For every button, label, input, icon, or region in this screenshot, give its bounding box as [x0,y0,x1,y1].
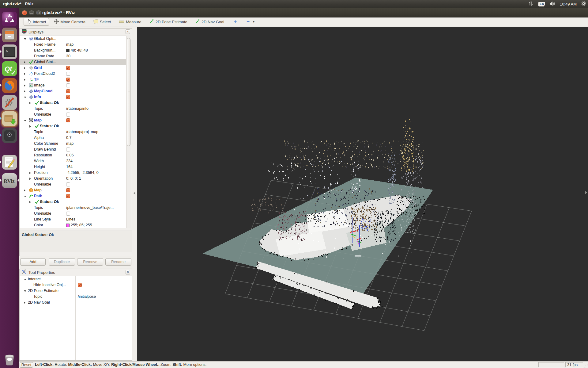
expander-open[interactable] [24,290,26,292]
tree-row-status-ok[interactable]: Status: Ok [20,100,126,106]
3d-viewport[interactable] [137,27,588,361]
row-value[interactable]: 164 [66,165,73,169]
checkbox[interactable] [66,148,70,151]
tree-row-unreliable[interactable]: Unreliable [20,112,126,117]
row-value[interactable]: 255; 85; 255 [71,223,92,227]
tree-row-interact[interactable]: Interact [20,276,132,282]
expander-closed[interactable] [29,178,31,180]
row-value[interactable]: -4.2555; -2.3594; 0 [66,171,99,175]
expander-open[interactable] [24,196,26,197]
row-value[interactable]: /rtabmap/info [66,106,89,111]
expander-closed[interactable] [24,61,25,63]
tree-row-topic[interactable]: Topic/initialpose [20,294,132,300]
row-value[interactable]: map [66,141,74,146]
expander-closed[interactable] [24,90,25,93]
left-panel-collapse-arrow[interactable] [134,192,135,195]
launcher-item-files[interactable] [2,28,17,42]
expander-closed[interactable] [24,301,25,304]
resize-grip[interactable] [584,364,587,367]
launcher-item-trash[interactable] [2,351,17,366]
tree-row-backgroun-[interactable]: Backgroun...48; 48; 48 [20,48,126,53]
checkbox[interactable]: ✓ [66,78,70,82]
tree-row-path[interactable]: Path✓ [20,193,126,199]
expander-open[interactable] [24,120,26,121]
displays-close-icon[interactable]: ✕ [126,29,130,34]
row-value[interactable]: 234 [66,159,73,163]
expander-closed[interactable] [24,67,25,69]
tree-row-line-style[interactable]: Line StyleLines [20,217,126,222]
row-value[interactable]: 0; 0; 0; 1 [66,176,81,181]
tree-row-map[interactable]: Map✓ [20,187,126,193]
window-minimize-button[interactable]: — [29,10,34,15]
tree-row-width[interactable]: Width234 [20,158,126,164]
tree-row-global-opti-[interactable]: Global Opti... [20,36,126,42]
row-value[interactable]: 0.05 [66,153,74,157]
window-maximize-button[interactable]: ❐ [36,10,41,15]
checkbox[interactable] [66,72,70,76]
checkbox[interactable]: ✓ [66,194,70,198]
tree-row-resolution[interactable]: Resolution0.05 [20,152,126,158]
checkbox[interactable]: ✓ [78,283,82,287]
launcher-item-safe[interactable] [2,128,17,143]
rename-button[interactable]: Rename [105,258,131,266]
remove-button[interactable]: Remove [77,258,103,266]
launcher-item-settings[interactable] [2,95,17,110]
tool-properties-close-icon[interactable]: ✕ [126,270,130,274]
tree-row-color[interactable]: Color255; 85; 255 [20,222,126,228]
launcher-item-dash[interactable] [2,12,17,26]
expander-open[interactable] [24,97,26,98]
checkbox[interactable] [66,212,70,216]
tree-row-mapcloud[interactable]: MapCloud✓ [20,88,126,94]
expander-closed[interactable] [24,73,25,75]
tree-row-topic[interactable]: Topic/rtabmap/proj_map [20,129,126,135]
window-titlebar[interactable]: ✕ — ❐ rgbd.rviz* - RViz [19,8,588,17]
session-gear-icon[interactable] [581,1,586,7]
checkbox[interactable]: ✓ [66,89,70,93]
tree-row-draw-behind[interactable]: Draw Behind [20,147,126,152]
row-value[interactable]: 48; 48; 48 [71,48,88,52]
checkbox[interactable]: ✓ [66,188,70,192]
tree-row-fixed-frame[interactable]: Fixed Framemap [20,42,126,48]
checkbox[interactable] [66,182,70,186]
tree-row-global-stat-[interactable]: Global Stat... [20,59,126,65]
reset-button[interactable]: Reset [20,362,33,368]
right-panel-collapse-arrow[interactable] [585,191,587,194]
tree-row-color-scheme[interactable]: Color Schememap [20,141,126,147]
row-value[interactable]: Lines [66,217,75,221]
tree-row-info[interactable]: Info✓ [20,94,126,100]
clock[interactable]: 10:49 AM [560,2,577,6]
checkbox[interactable] [66,113,70,117]
launcher-item-rviz[interactable]: RViz [2,173,17,188]
launcher-item-editor[interactable] [2,155,17,170]
launcher-item-firefox[interactable] [2,78,17,93]
tree-row-hide-inactive-obj-[interactable]: Hide Inactive Obj...✓ [20,282,132,288]
expander-closed[interactable] [29,102,31,104]
window-close-button[interactable]: ✕ [22,10,27,15]
row-value[interactable]: 30 [66,54,70,58]
row-value[interactable]: /initialpose [78,294,96,299]
duplicate-button[interactable]: Duplicate [49,258,75,266]
row-value[interactable]: /planner/move_base/Traje... [66,205,114,210]
tree-row-image[interactable]: Image [20,82,126,88]
checkbox[interactable]: ✓ [66,66,70,70]
expander-open[interactable] [24,38,26,40]
tool-interact[interactable]: Interact [24,18,49,26]
tree-row-status-ok[interactable]: Status: Ok [20,123,126,129]
volume-icon[interactable] [549,1,556,7]
tree-row-tf[interactable]: TF✓ [20,77,126,82]
tree-row-unreliable[interactable]: Unreliable [20,211,126,217]
tool-properties-header[interactable]: Tool Properties ✕ [20,269,132,276]
tree-row-grid[interactable]: Grid✓ [20,65,126,71]
network-arrows-icon[interactable] [529,1,534,7]
keyboard-layout-indicator[interactable]: En1 [538,2,545,6]
row-value[interactable]: /rtabmap/proj_map [66,130,98,134]
tree-row-unreliable[interactable]: Unreliable [20,182,126,187]
tool-2d-pose-estimate[interactable]: 2D Pose Estimate [146,18,190,26]
checkbox[interactable]: ✓ [66,118,70,122]
launcher-item-qtcreator[interactable]: Qt [2,61,17,76]
launcher-item-software[interactable] [2,111,17,126]
tree-row-height[interactable]: Height164 [20,164,126,170]
tree-row-2d-nav-goal[interactable]: 2D Nav Goal [20,300,132,305]
expander-closed[interactable] [24,84,25,87]
tree-row-topic[interactable]: Topic/planner/move_base/Traje... [20,205,126,211]
